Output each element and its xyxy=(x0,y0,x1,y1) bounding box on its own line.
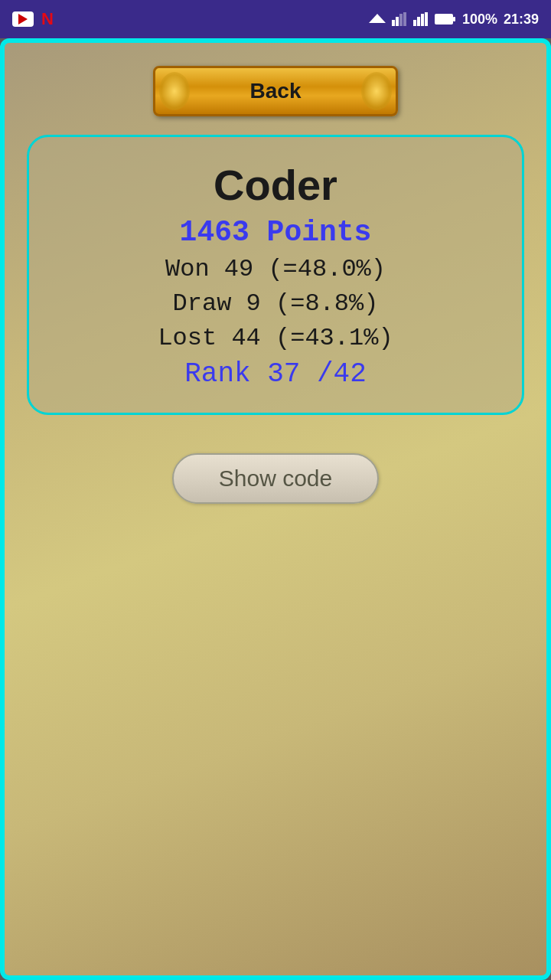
status-time: 21:39 xyxy=(504,11,539,28)
signal-icon-2 xyxy=(413,12,429,26)
status-left-icons: N xyxy=(12,9,54,29)
svg-rect-2 xyxy=(396,17,399,26)
netflix-icon: N xyxy=(41,9,54,29)
svg-rect-10 xyxy=(453,17,455,21)
battery-percentage: 100% xyxy=(462,11,497,28)
svg-rect-8 xyxy=(425,12,428,26)
signal-icon-1 xyxy=(392,12,407,26)
wifi-icon xyxy=(369,12,386,26)
svg-marker-0 xyxy=(369,14,386,23)
show-code-label: Show code xyxy=(219,466,332,492)
svg-rect-1 xyxy=(392,20,395,26)
points-text: 1463 Points xyxy=(180,216,372,249)
lost-stat: Lost 44 (=43.1%) xyxy=(158,324,393,352)
back-button[interactable]: Back xyxy=(153,66,398,116)
stats-card: Coder 1463 Points Won 49 (=48.0%) Draw 9… xyxy=(27,135,524,415)
rank-text: Rank 37 /42 xyxy=(184,358,367,390)
status-bar: N 100% 21:39 xyxy=(0,0,551,38)
draw-stat: Draw 9 (=8.8%) xyxy=(173,289,379,318)
youtube-icon xyxy=(12,11,34,27)
svg-rect-4 xyxy=(403,12,406,26)
svg-rect-9 xyxy=(435,14,453,24)
svg-rect-5 xyxy=(413,20,416,26)
player-name: Coder xyxy=(214,160,337,210)
svg-rect-7 xyxy=(421,14,424,26)
battery-icon xyxy=(435,13,456,25)
show-code-button[interactable]: Show code xyxy=(172,453,379,504)
svg-rect-6 xyxy=(417,17,420,26)
status-right-icons: 100% 21:39 xyxy=(369,11,539,28)
main-container: Back Coder 1463 Points Won 49 (=48.0%) D… xyxy=(0,38,551,980)
back-button-label: Back xyxy=(250,79,302,103)
won-stat: Won 49 (=48.0%) xyxy=(165,255,386,283)
svg-rect-3 xyxy=(399,14,403,26)
